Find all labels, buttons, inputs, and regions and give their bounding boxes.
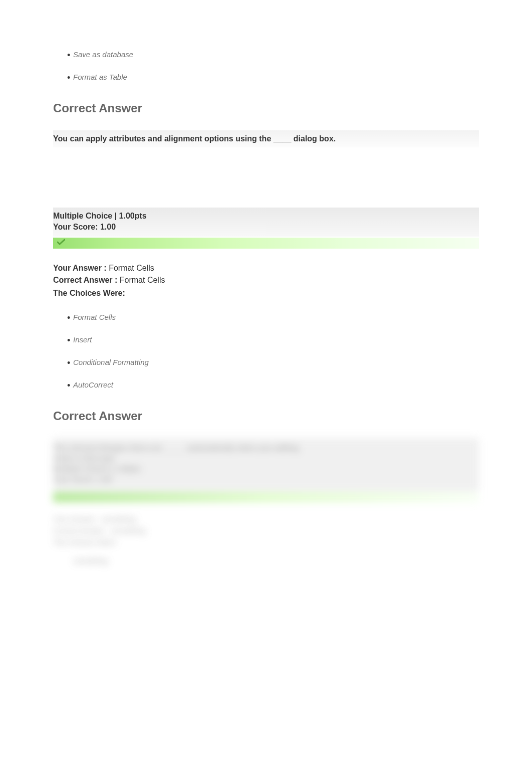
prior-choices-list: Save as database Format as Table <box>53 50 479 81</box>
blurred-choice-item: something <box>53 556 479 565</box>
choices-were-header: The Choices Were: <box>53 289 479 298</box>
question-text: You can apply attributes and alignment o… <box>53 134 479 143</box>
correct-answer-heading-2: Correct Answer <box>53 409 479 423</box>
blurred-your-answer: Your Answer : something <box>53 515 479 523</box>
blurred-meta1: Select a that type <box>53 454 479 462</box>
your-answer-label: Your Answer : <box>53 264 109 272</box>
choice-item: Conditional Formatting <box>73 358 479 366</box>
question-type-points: Multiple Choice | 1.00pts <box>53 212 479 221</box>
correct-answer-heading: Correct Answer <box>53 101 479 115</box>
blurred-question-text: The relevant thingies there are _____ au… <box>53 443 479 452</box>
blurred-choices-header: The Choices Were: <box>53 538 479 546</box>
correct-answer-line: Correct Answer : Format Cells <box>53 276 479 285</box>
blurred-question-banner: The relevant thingies there are _____ au… <box>53 438 479 491</box>
locked-content: The relevant thingies there are _____ au… <box>53 438 479 565</box>
choice-item: Format Cells <box>73 313 479 321</box>
blurred-meta2: Multiple Choice | 1.00pts <box>53 464 479 473</box>
choice-item: Insert <box>73 335 479 344</box>
your-answer-value: Format Cells <box>109 264 154 272</box>
your-score: Your Score: 1.00 <box>53 223 479 232</box>
prior-choice-item: Format as Table <box>73 73 479 81</box>
blurred-correct-answer: Correct Answer : something <box>53 526 479 535</box>
question-banner: You can apply attributes and alignment o… <box>53 130 479 147</box>
correct-indicator-bar <box>53 238 479 249</box>
check-icon <box>57 239 65 247</box>
blurred-meta3: Your Score: 1.00 <box>53 475 479 483</box>
choice-item: AutoCorrect <box>73 380 479 389</box>
choices-list: Format Cells Insert Conditional Formatti… <box>53 313 479 389</box>
correct-answer-label: Correct Answer : <box>53 276 120 284</box>
question-meta-banner: Multiple Choice | 1.00pts Your Score: 1.… <box>53 208 479 237</box>
blurred-correct-bar <box>53 492 479 502</box>
prior-choice-item: Save as database <box>73 50 479 59</box>
correct-answer-value: Format Cells <box>120 276 165 284</box>
answer-block: Your Answer : Format Cells Correct Answe… <box>53 264 479 389</box>
your-answer-line: Your Answer : Format Cells <box>53 264 479 273</box>
